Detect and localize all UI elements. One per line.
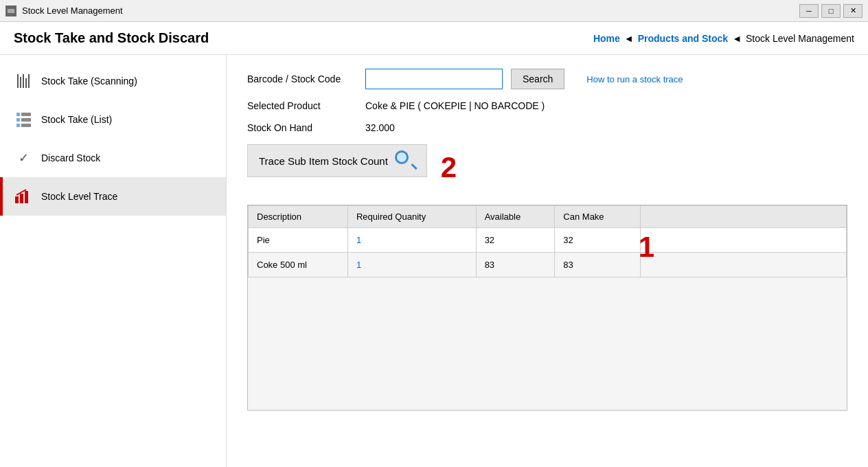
stock-on-hand-label: Stock On Hand <box>247 122 357 133</box>
breadcrumb-arrow-1: ◄ <box>624 33 634 44</box>
app-icon <box>5 5 16 16</box>
trace-button-label: Trace Sub Item Stock Count <box>259 155 388 167</box>
barcode-icon <box>14 71 33 91</box>
table-row: Coke 500 ml 1 83 83 <box>249 253 847 277</box>
help-link[interactable]: How to run a stock trace <box>586 74 683 84</box>
col-required: Required Quanity <box>347 206 476 228</box>
breadcrumb: Home ◄ Products and Stock ◄ Stock Level … <box>593 33 854 44</box>
sidebar-item-stock-level-trace[interactable]: Stock Level Trace <box>0 177 226 216</box>
cell-description: Pie <box>249 228 348 253</box>
col-can-make: Can Make <box>555 206 641 228</box>
app-title: Stock Level Management <box>22 5 123 16</box>
trace-icon <box>14 187 33 206</box>
sidebar-item-stock-take-list[interactable]: Stock Take (List) <box>0 100 226 139</box>
table-header-row: Description Required Quanity Available C… <box>249 206 847 228</box>
cell-required: 1 <box>347 228 476 253</box>
breadcrumb-products[interactable]: Products and Stock <box>638 33 728 44</box>
cell-extra <box>641 228 847 253</box>
breadcrumb-home[interactable]: Home <box>593 33 620 44</box>
stock-table: Description Required Quanity Available C… <box>248 205 847 277</box>
svg-rect-1 <box>8 9 14 13</box>
sidebar: Stock Take (Scanning) <box>0 55 227 467</box>
breadcrumb-current: Stock Level Management <box>746 33 854 44</box>
sidebar-label-trace: Stock Level Trace <box>41 191 117 202</box>
cell-available: 32 <box>476 228 555 253</box>
sidebar-label-scanning: Stock Take (Scanning) <box>41 76 137 87</box>
check-icon: ✓ <box>14 148 33 168</box>
breadcrumb-arrow-2: ◄ <box>732 33 742 44</box>
table-row: Pie 1 32 32 <box>249 228 847 253</box>
stock-on-hand-row: Stock On Hand 32.000 <box>247 122 847 133</box>
title-bar: Stock Level Management ─ □ ✕ <box>0 0 868 22</box>
sidebar-label-discard: Discard Stock <box>41 152 100 163</box>
list-icon <box>14 110 33 129</box>
table-container: Description Required Quanity Available C… <box>247 205 847 411</box>
minimize-button[interactable]: ─ <box>799 4 819 18</box>
search-button[interactable]: Search <box>511 69 564 89</box>
col-extra <box>641 206 847 228</box>
svg-rect-4 <box>25 191 28 203</box>
cell-can-make: 83 <box>555 253 641 277</box>
body-container: Stock Take (Scanning) <box>0 55 868 467</box>
trace-row-container: Trace Sub Item Stock Count 2 <box>247 144 847 191</box>
col-available: Available <box>476 206 555 228</box>
stock-on-hand-value: 32.000 <box>365 122 395 133</box>
cell-can-make: 32 <box>555 228 641 253</box>
header-bar: Stock Take and Stock Discard Home ◄ Prod… <box>0 22 868 55</box>
page-title: Stock Take and Stock Discard <box>14 30 209 46</box>
barcode-input[interactable] <box>365 69 503 89</box>
barcode-label: Barcode / Stock Code <box>247 73 357 84</box>
selected-product-row: Selected Product Coke & PIE ( COKEPIE | … <box>247 100 847 111</box>
magnifier-icon <box>395 150 415 171</box>
selected-product-value: Coke & PIE ( COKEPIE | NO BARCODE ) <box>365 100 545 111</box>
trace-count-number: 2 <box>441 153 457 182</box>
sidebar-label-list: Stock Take (List) <box>41 114 112 125</box>
col-description: Description <box>249 206 348 228</box>
svg-rect-2 <box>15 196 19 203</box>
close-button[interactable]: ✕ <box>843 4 863 18</box>
sidebar-item-stock-take-scanning[interactable]: Stock Take (Scanning) <box>0 62 226 100</box>
barcode-row: Barcode / Stock Code Search How to run a… <box>247 69 847 89</box>
cell-description: Coke 500 ml <box>249 253 348 277</box>
maximize-button[interactable]: □ <box>821 4 841 18</box>
sidebar-item-discard-stock[interactable]: ✓ Discard Stock <box>0 139 226 177</box>
trace-sub-item-button[interactable]: Trace Sub Item Stock Count <box>247 144 427 177</box>
cell-required: 1 <box>347 253 476 277</box>
cell-available: 83 <box>476 253 555 277</box>
main-container: Stock Take and Stock Discard Home ◄ Prod… <box>0 22 868 467</box>
title-bar-left: Stock Level Management <box>5 5 123 16</box>
content-area: Barcode / Stock Code Search How to run a… <box>227 55 868 467</box>
window-controls: ─ □ ✕ <box>799 4 863 18</box>
cell-extra <box>641 253 847 277</box>
selected-product-label: Selected Product <box>247 100 357 111</box>
svg-rect-3 <box>20 194 23 203</box>
